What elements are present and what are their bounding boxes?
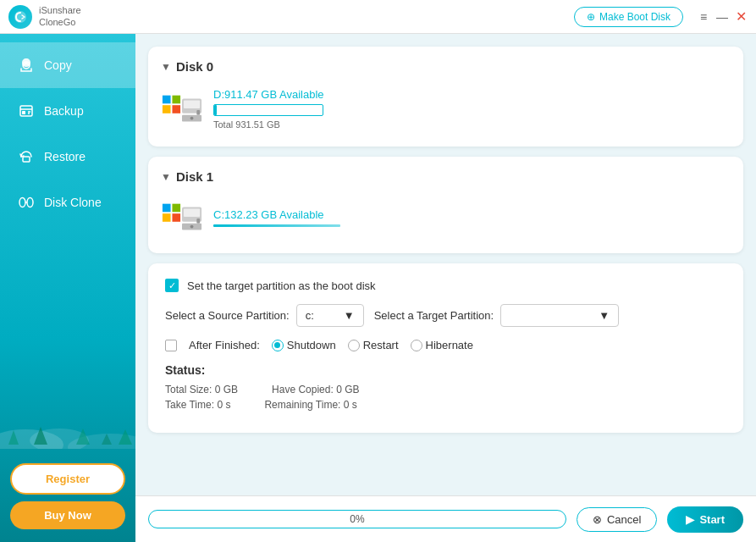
target-partition-dropdown[interactable]: ▼ <box>500 304 619 327</box>
svg-rect-30 <box>163 213 171 222</box>
boot-disk-row: ✓ Set the target partition as the boot d… <box>165 279 726 292</box>
after-finished-checkbox[interactable] <box>165 340 177 351</box>
sidebar-item-restore[interactable]: Restore <box>0 134 135 180</box>
status-row-2: Take Time: 0 s Remaining Time: 0 s <box>165 399 726 411</box>
target-partition-label: Select a Target Partition: <box>374 309 494 322</box>
svg-point-9 <box>27 198 33 207</box>
radio-hibernate[interactable]: Hibernate <box>411 339 473 351</box>
source-dropdown-chevron: ▼ <box>344 309 355 322</box>
disk1-underline <box>213 224 340 227</box>
title-bar: iSunshare CloneGo ⊕ Make Boot Disk ≡ — ✕ <box>0 0 756 34</box>
bottom-bar: 0% ⊗ Cancel ▶ Start <box>135 495 756 542</box>
cancel-icon: ⊗ <box>593 513 602 526</box>
make-boot-disk-button[interactable]: ⊕ Make Boot Disk <box>574 7 683 27</box>
take-time-label: Take Time: 0 s <box>165 399 230 411</box>
svg-rect-25 <box>196 109 200 114</box>
sidebar-disk-clone-label: Disk Clone <box>44 196 102 209</box>
svg-rect-22 <box>172 105 180 113</box>
disk1-chevron[interactable]: ▼ <box>161 171 171 183</box>
svg-rect-20 <box>172 95 180 103</box>
source-partition-dropdown[interactable]: c: ▼ <box>296 304 364 327</box>
progress-text: 0% <box>350 513 364 525</box>
svg-rect-29 <box>172 203 180 212</box>
disk0-header: ▼ Disk 0 <box>161 59 731 74</box>
radio-restart[interactable]: Restart <box>348 339 399 351</box>
have-copied-label: Have Copied: 0 GB <box>272 384 359 395</box>
sidebar-nav: Copy Backup <box>0 42 135 225</box>
target-partition-value <box>510 309 513 322</box>
svg-rect-19 <box>163 95 171 103</box>
sidebar-item-disk-clone[interactable]: Disk Clone <box>0 180 135 225</box>
sidebar-copy-label: Copy <box>44 58 72 72</box>
copy-icon <box>17 56 36 75</box>
disk1-drive-label: C:132.23 GB Available <box>213 208 731 221</box>
disk0-partition-d: D:911.47 GB Available Total 931.51 GB <box>161 84 731 134</box>
radio-hibernate-label: Hibernate <box>426 339 473 351</box>
content: ▼ Disk 0 <box>135 34 756 495</box>
app-branding: iSunshare CloneGo <box>8 5 81 29</box>
radio-hibernate-dot <box>411 340 422 351</box>
svg-point-36 <box>190 224 194 228</box>
close-button[interactable]: ✕ <box>734 10 748 24</box>
svg-point-8 <box>19 198 25 207</box>
disk1-available: 132.23 GB Available <box>224 208 324 221</box>
menu-button[interactable]: ≡ <box>697 10 710 24</box>
svg-rect-28 <box>163 203 171 212</box>
disk1-info: C:132.23 GB Available <box>213 208 731 227</box>
radio-restart-label: Restart <box>363 339 399 351</box>
disk0-panel: ▼ Disk 0 <box>148 47 743 147</box>
sidebar-item-backup[interactable]: Backup <box>0 88 135 134</box>
radio-shutdown-label: Shutdown <box>287 339 336 351</box>
disk0-drive-label: D:911.47 GB Available <box>213 88 731 101</box>
sidebar-restore-label: Restore <box>44 150 86 163</box>
svg-rect-2 <box>20 106 32 116</box>
buy-now-button[interactable]: Buy Now <box>10 501 125 529</box>
svg-rect-21 <box>163 105 171 113</box>
disk0-title: Disk 0 <box>176 59 213 74</box>
disk0-chevron[interactable]: ▼ <box>161 61 171 73</box>
minimize-button[interactable]: — <box>715 10 729 24</box>
boot-disk-label: Set the target partition as the boot dis… <box>187 279 376 292</box>
source-partition-group: Select a Source Partition: c: ▼ <box>165 304 364 327</box>
main-layout: Copy Backup <box>0 34 756 542</box>
svg-point-27 <box>190 116 194 119</box>
sidebar-item-copy[interactable]: Copy <box>0 42 135 88</box>
disk1-title: Disk 1 <box>176 169 213 184</box>
disk1-icon <box>161 198 203 236</box>
cancel-button[interactable]: ⊗ Cancel <box>577 507 657 532</box>
window-controls: ≡ — ✕ <box>697 10 748 24</box>
after-finished-row: After Finished: Shutdown Restart Hibe <box>165 339 726 351</box>
boot-disk-checkbox[interactable]: ✓ <box>165 279 179 292</box>
disk0-info: D:911.47 GB Available Total 931.51 GB <box>213 88 731 130</box>
disk0-icon <box>161 90 203 128</box>
sidebar-cloud-decoration <box>0 398 135 449</box>
svg-rect-31 <box>172 213 180 222</box>
disk0-progress-bar <box>213 104 323 116</box>
partition-select-row: Select a Source Partition: c: ▼ Select a… <box>165 304 726 327</box>
restore-icon <box>17 147 36 166</box>
start-button[interactable]: ▶ Start <box>667 506 743 533</box>
register-button[interactable]: Register <box>10 463 125 495</box>
disk0-drive-letter: D: <box>213 88 224 101</box>
disk1-drive-letter: C: <box>213 208 224 221</box>
source-partition-label: Select a Source Partition: <box>165 309 290 322</box>
status-section: Status: Total Size: 0 GB Have Copied: 0 … <box>165 363 726 411</box>
disk0-available: 911.47 GB Available <box>224 88 324 101</box>
svg-rect-7 <box>23 157 30 162</box>
disk-clone-icon <box>17 193 36 212</box>
sidebar-backup-label: Backup <box>44 104 84 118</box>
svg-rect-34 <box>196 218 200 223</box>
disk1-panel: ▼ Disk 1 <box>148 157 743 253</box>
backup-icon <box>17 102 36 120</box>
after-finished-label: After Finished: <box>189 339 260 351</box>
disk0-total: Total 931.51 GB <box>213 119 731 130</box>
svg-rect-4 <box>22 111 25 114</box>
sidebar: Copy Backup <box>0 34 135 542</box>
source-partition-value: c: <box>306 309 314 322</box>
target-partition-group: Select a Target Partition: ▼ <box>374 304 619 327</box>
content-area: ▼ Disk 0 <box>135 34 756 542</box>
disk1-header: ▼ Disk 1 <box>161 169 731 184</box>
progress-bar-container: 0% <box>148 510 566 528</box>
sidebar-footer: Register Buy Now <box>0 451 135 542</box>
radio-shutdown[interactable]: Shutdown <box>272 339 336 351</box>
